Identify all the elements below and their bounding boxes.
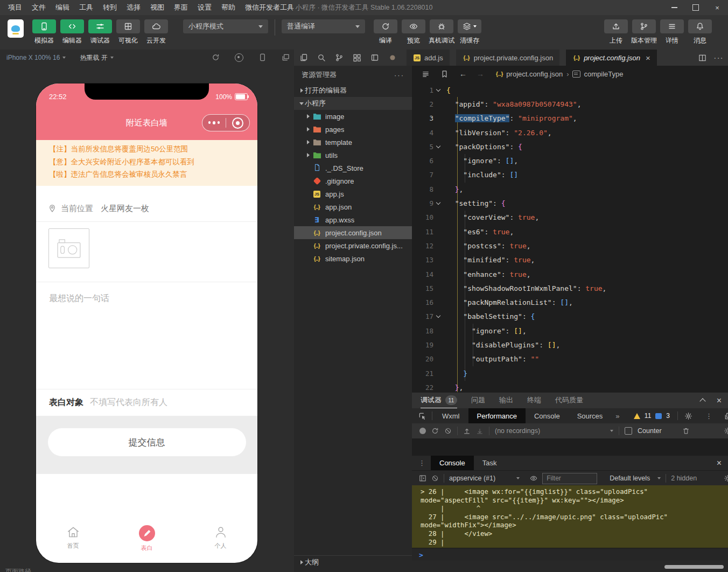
- grid-button[interactable]: 可视化: [114, 19, 142, 45]
- line-number[interactable]: 17: [412, 312, 433, 320]
- upload-button[interactable]: 上传: [602, 19, 630, 45]
- line-number[interactable]: 19: [412, 341, 433, 349]
- menu-item[interactable]: 项目: [3, 0, 27, 15]
- debugger-tab[interactable]: 代码质量: [555, 392, 583, 408]
- line-number[interactable]: 15: [412, 284, 433, 292]
- line-number[interactable]: 9: [412, 199, 433, 207]
- more-actions-icon[interactable]: ···: [394, 71, 404, 79]
- record-icon[interactable]: [235, 53, 243, 62]
- refresh-button[interactable]: 编译: [372, 19, 400, 45]
- back-arrow-icon[interactable]: ←: [459, 69, 467, 78]
- kebab-menu-icon[interactable]: ⋮: [705, 412, 712, 420]
- gear-icon[interactable]: [684, 412, 692, 420]
- devtools-tab[interactable]: Performance: [468, 408, 526, 423]
- line-number[interactable]: 20: [412, 355, 433, 363]
- debugger-tab[interactable]: 终端: [527, 392, 541, 408]
- load-profile-icon[interactable]: [463, 427, 471, 435]
- line-number[interactable]: 21: [412, 369, 433, 378]
- devtools-tab[interactable]: Console: [526, 408, 569, 423]
- line-number[interactable]: 3: [412, 114, 433, 122]
- devtools-tab[interactable]: Wxml: [433, 408, 468, 423]
- submit-button[interactable]: 提交信息: [48, 428, 246, 456]
- branch-button[interactable]: 版本管理: [630, 19, 658, 45]
- panel-layout-icon[interactable]: [370, 53, 379, 62]
- devtools-tab[interactable]: Sources: [569, 408, 612, 423]
- code-button[interactable]: 编辑器: [58, 19, 86, 45]
- target-row[interactable]: 表白对象 不填写代表向所有人: [36, 389, 257, 416]
- debugger-tab[interactable]: 调试器11: [421, 392, 457, 409]
- line-number[interactable]: 8: [412, 185, 433, 193]
- breadcrumb-symbol[interactable]: compileType: [584, 70, 623, 78]
- outline-section[interactable]: 大纲: [294, 555, 412, 569]
- sliders-button[interactable]: 调试器: [86, 19, 114, 45]
- line-number[interactable]: 5: [412, 143, 433, 151]
- tabbar-item-pencil[interactable]: 表白: [110, 525, 184, 552]
- tab-overflow-icon[interactable]: »: [615, 412, 619, 420]
- console-tab[interactable]: Task: [474, 456, 506, 470]
- wechat-logo-button[interactable]: [8, 19, 24, 38]
- file-tree-item[interactable]: ∃app.wxss: [294, 213, 412, 226]
- recordings-select[interactable]: (no recordings): [495, 427, 540, 435]
- device-select[interactable]: iPhone X 100% 16: [6, 54, 66, 61]
- editor-tab[interactable]: {..} project.config.json ×: [566, 50, 657, 66]
- line-number[interactable]: 1: [412, 86, 433, 94]
- menu-item[interactable]: 选择: [122, 0, 145, 15]
- kebab-menu-icon[interactable]: ⋮: [418, 459, 425, 467]
- minimize-button[interactable]: [663, 0, 685, 15]
- multi-window-icon[interactable]: [282, 53, 290, 61]
- inspect-element-icon[interactable]: [418, 412, 426, 420]
- menu-item[interactable]: 文件: [27, 0, 51, 15]
- file-tree-item[interactable]: image: [294, 110, 412, 123]
- line-number[interactable]: 14: [412, 270, 433, 278]
- menu-item[interactable]: 转到: [98, 0, 122, 15]
- file-tree-item[interactable]: utils: [294, 149, 412, 162]
- filter-input[interactable]: Filter: [542, 473, 597, 484]
- debugger-tab[interactable]: 问题: [471, 392, 485, 408]
- collapse-icon[interactable]: [699, 398, 705, 404]
- line-number[interactable]: 13: [412, 256, 433, 264]
- console-tab[interactable]: Console: [431, 456, 474, 470]
- close-button[interactable]: ×: [706, 0, 728, 15]
- file-tree-item[interactable]: {..}project.private.config.js...: [294, 239, 412, 252]
- bookmark-icon[interactable]: [440, 70, 449, 78]
- menu-item[interactable]: 视图: [145, 0, 169, 15]
- gear-icon[interactable]: [724, 427, 728, 435]
- cloud-button[interactable]: 云开发: [142, 19, 170, 45]
- message-textarea[interactable]: 最想说的一句话: [36, 282, 257, 389]
- menu-item[interactable]: 帮助: [216, 0, 240, 15]
- file-tree-item[interactable]: template: [294, 136, 412, 149]
- dock-icon[interactable]: [724, 412, 728, 420]
- maximize-button[interactable]: [685, 0, 706, 15]
- reload-icon[interactable]: [431, 427, 439, 435]
- message-icon[interactable]: [655, 413, 662, 419]
- counter-checkbox[interactable]: [625, 427, 632, 435]
- clear-console-icon[interactable]: [431, 475, 439, 482]
- file-tree-item[interactable]: .gitignore: [294, 175, 412, 187]
- menu-item[interactable]: 工具: [74, 0, 98, 15]
- line-number[interactable]: 22: [412, 383, 433, 392]
- listmenu-button[interactable]: 详情: [658, 19, 686, 45]
- line-number[interactable]: 16: [412, 298, 433, 306]
- extensions-icon[interactable]: [353, 53, 361, 62]
- debugger-tab[interactable]: 输出: [499, 392, 513, 408]
- open-editors-section[interactable]: 打开的编辑器: [294, 84, 412, 97]
- phone-button[interactable]: 模拟器: [30, 19, 58, 45]
- device-frame-icon[interactable]: [258, 53, 267, 61]
- menu-item[interactable]: 微信开发者工具: [240, 0, 299, 15]
- file-tree-item[interactable]: ._.DS_Store: [294, 162, 412, 175]
- file-tree-item[interactable]: {..}sitemap.json: [294, 252, 412, 265]
- close-icon[interactable]: ×: [717, 458, 722, 468]
- git-branch-icon[interactable]: [335, 53, 344, 62]
- warning-icon[interactable]: [634, 413, 640, 419]
- eye-button[interactable]: 预览: [400, 19, 428, 45]
- line-number[interactable]: 10: [412, 213, 433, 221]
- split-editor-icon[interactable]: [698, 54, 706, 62]
- editor-tab[interactable]: JS add.js: [407, 50, 450, 66]
- add-photo-button[interactable]: [48, 228, 89, 268]
- files-icon[interactable]: [299, 53, 308, 62]
- tabbar-item-user[interactable]: 个人: [184, 525, 257, 552]
- levels-select[interactable]: Default levels: [610, 475, 650, 482]
- outline-list-icon[interactable]: [422, 70, 430, 78]
- line-number[interactable]: 2: [412, 100, 433, 108]
- mode-select[interactable]: 小程序模式: [183, 19, 268, 33]
